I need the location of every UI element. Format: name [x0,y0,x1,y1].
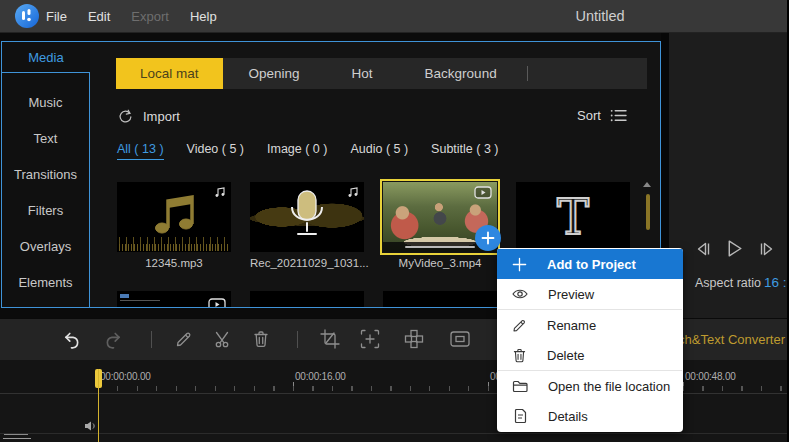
context-menu-label: Delete [547,348,585,363]
thumbnail [383,291,497,307]
folder-icon [511,377,529,395]
video-badge-icon [208,298,226,307]
context-menu-add-to-project[interactable]: Add to Project [497,249,683,279]
sidebar-rest: Music Text Transitions Filters Overlays … [2,72,90,307]
context-menu-delete[interactable]: Delete [497,340,683,370]
tab-hot[interactable]: Hot [326,58,399,89]
sidebar-item-text[interactable]: Text [2,120,89,156]
app-logo-icon[interactable] [14,3,40,29]
pip-icon [449,328,471,350]
category-tabs: Local mat Opening Hot Background [116,58,647,89]
edit-button[interactable] [172,327,196,351]
scroll-up-icon[interactable] [643,182,651,187]
ruler-timestamp: 00:00:16.00 [295,371,346,382]
media-item-label: 12345.mp3 [117,257,231,269]
context-menu-label: Add to Project [547,257,636,272]
media-item-partial[interactable] [383,291,497,307]
filter-all[interactable]: All ( 13 ) [117,142,164,160]
scrollbar-thumb[interactable] [646,194,650,230]
library-sidebar: Media Music Text Transitions Filters Ove… [2,42,90,307]
toolbar-divider [297,331,298,348]
play-button[interactable] [723,237,746,260]
aspect-ratio-label: Aspect ratio [695,276,761,290]
media-item-partial[interactable] [117,291,231,307]
sidebar-item-media[interactable]: Media [2,42,90,72]
context-menu-preview[interactable]: Preview [497,279,683,309]
filter-audio[interactable]: Audio ( 5 ) [350,142,408,160]
sidebar-item-overlays[interactable]: Overlays [2,228,89,264]
redo-button[interactable] [101,327,125,351]
redo-icon [102,328,124,350]
pencil-icon [174,329,194,349]
video-badge-icon [474,186,492,199]
cut-button[interactable] [211,327,235,351]
ruler-ticks-minor [98,386,789,391]
crop-icon [319,328,341,350]
filter-video[interactable]: Video ( 5 ) [187,142,244,160]
sort-list-icon [609,108,628,123]
undo-button[interactable] [60,327,84,351]
music-badge-icon [214,186,226,198]
import-icon [117,108,134,125]
crop-button[interactable] [318,327,342,351]
aspect-ratio-value[interactable]: 16 : [764,275,787,290]
pip-button[interactable] [448,327,472,351]
play-icon [723,237,746,260]
import-label: Import [143,109,180,124]
context-menu: Add to Project Preview Rename Delete Ope… [497,248,683,432]
tab-background[interactable]: Background [399,58,523,89]
track-header-decor [3,438,31,439]
media-item-mp3[interactable]: 12345.mp3 [117,182,231,269]
sidebar-item-elements[interactable]: Elements [2,264,89,300]
filter-subtitle[interactable]: Subtitle ( 3 ) [431,142,498,160]
sidebar-item-transitions[interactable]: Transitions [2,156,89,192]
delete-button[interactable] [249,327,273,351]
details-doc-icon [511,407,529,425]
video-thumbnail [117,291,231,307]
menu-file[interactable]: File [44,9,69,24]
menu-edit[interactable]: Edit [86,9,112,24]
window-title: Untitled [500,0,700,33]
app-logo-icon [14,3,40,29]
media-item-myvideo[interactable]: MyVideo_3.mp4 [383,182,497,269]
context-menu-label: Details [548,409,588,424]
speaker-icon[interactable] [84,420,97,432]
context-menu-rename[interactable]: Rename [497,310,683,340]
context-menu-details[interactable]: Details [497,401,683,431]
trash-icon [251,329,271,349]
media-item-text[interactable]: T [516,182,630,252]
add-to-project-button[interactable] [475,225,501,251]
svg-text:T: T [557,189,589,245]
menu-bar: File Edit Export Help [44,0,219,33]
menu-help[interactable]: Help [188,9,219,24]
freeze-frame-button[interactable] [358,327,382,351]
music-badge-icon [347,186,359,198]
prev-frame-icon [693,239,713,259]
media-item-recording[interactable]: Rec_20211029_1031... [250,182,364,269]
next-frame-button[interactable] [757,239,777,259]
title-bar: File Edit Export Help Untitled [0,0,789,33]
prev-frame-button[interactable] [693,239,713,259]
import-button[interactable]: Import [117,108,180,125]
next-frame-icon [757,239,777,259]
rename-pencil-icon [511,317,528,334]
media-item-label: MyVideo_3.mp4 [383,257,497,269]
filter-image[interactable]: Image ( 0 ) [267,142,327,160]
ruler-timestamp: 00:00:48.00 [685,371,736,382]
undo-icon [61,328,83,350]
menu-export[interactable]: Export [129,9,171,24]
track-header-decor [4,434,28,435]
media-item-partial[interactable] [250,291,364,307]
tab-local-mat[interactable]: Local mat [116,58,223,89]
delete-trash-icon [511,347,528,364]
mosaic-button[interactable] [402,327,426,351]
context-menu-open-file-location[interactable]: Open the file location [497,371,683,401]
tab-divider [527,66,528,81]
sidebar-item-filters[interactable]: Filters [2,192,89,228]
tab-opening[interactable]: Opening [223,58,326,89]
sidebar-item-music[interactable]: Music [2,84,89,120]
freeze-frame-icon [359,328,381,350]
plus-icon [511,256,528,273]
scissors-icon [213,329,233,349]
sort-button[interactable]: Sort [577,108,628,123]
